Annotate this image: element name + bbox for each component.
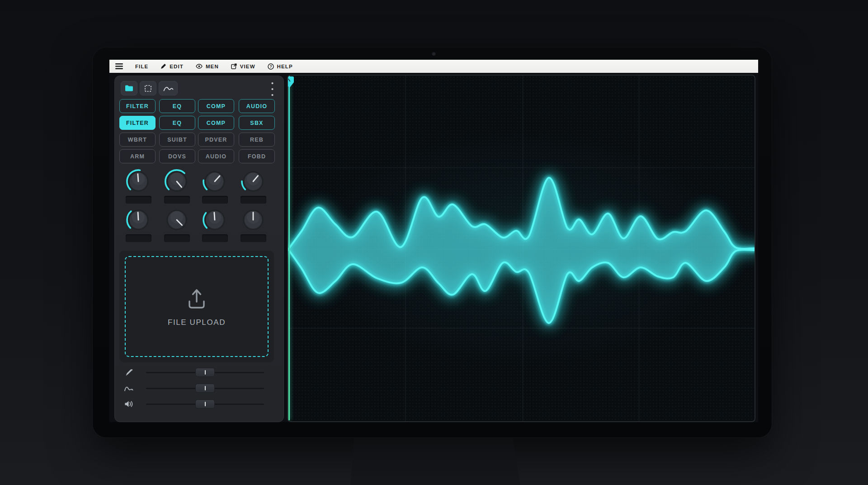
preset-button-label: WBRT [128,137,147,143]
toolbar-button-marquee[interactable] [140,81,156,95]
preset-button-label: FILTER [126,120,149,126]
menu-item-help[interactable]: ?HELP [268,63,293,70]
menu-item-label: HELP [277,64,293,69]
folder-icon [125,85,133,92]
svg-text:?: ? [269,64,272,69]
preset-button-label: COMP [207,120,226,126]
preset-button-audio[interactable]: AUDIO [239,99,275,113]
help-icon: ? [268,63,274,70]
pen-icon [124,368,133,377]
preset-button-label: PDVER [205,137,227,143]
knob-2[interactable] [164,169,189,194]
preset-button-sbx[interactable]: SBX [239,116,275,130]
slider-handle-pen[interactable] [195,368,215,377]
knob-value-display-2 [164,196,190,204]
upload-label: FILE UPLOAD [168,318,226,327]
knob-7[interactable] [202,207,227,233]
knob-value-display-4 [241,196,266,204]
preset-button-label: SBX [250,120,263,126]
knob-value-display-1 [126,196,151,204]
app-screen: FILEEDITMENVIEW?HELP FILE UPLOAD FILTERE… [109,60,758,422]
knob-value-display-5 [126,234,151,242]
toolbar-button-curve[interactable] [159,81,178,95]
preset-button-wbrt[interactable]: WBRT [119,133,156,147]
playhead-marker[interactable] [287,76,294,90]
curve-icon [163,85,174,91]
preset-button-label: FILTER [126,103,149,109]
preset-button-audio[interactable]: AUDIO [198,149,234,163]
upload-icon [184,286,209,312]
knob-value-display-8 [241,234,266,242]
waveform-panel[interactable] [287,75,755,422]
menu-item-file[interactable]: FILE [135,64,148,69]
preset-button-filter[interactable]: FILTER [119,116,156,130]
menu-item-label: MEN [206,64,219,69]
menu-item-label: FILE [135,64,148,69]
preset-button-comp[interactable]: COMP [198,99,234,113]
sidebar-panel: FILE UPLOAD FILTEREQCOMPAUDIOFILTEREQCOM… [114,76,284,422]
menu-item-men[interactable]: MEN [196,64,219,69]
kebab-icon [271,82,274,98]
slider-row-wave [115,380,284,396]
slider-row-volume [115,396,284,412]
menu-item-label: VIEW [240,64,255,69]
waveform-graphic [288,76,755,422]
slider-handle-wave[interactable] [195,384,215,393]
playhead-line[interactable] [288,76,290,420]
playhead-flag-icon [287,82,294,90]
preset-button-label: DOVS [168,153,186,160]
desktop-background: FILEEDITMENVIEW?HELP FILE UPLOAD FILTERE… [0,0,868,485]
knob-5[interactable] [126,207,151,233]
preset-button-suibt[interactable]: SUIBT [159,133,195,147]
knob-value-display-3 [202,196,228,204]
knob-3[interactable] [202,169,227,194]
webcam-dot [432,52,436,56]
gridline-vertical [755,76,755,421]
preset-button-label: REB [250,137,264,143]
preset-button-label: SUIBT [167,137,187,143]
open-icon [231,63,237,69]
knob-6[interactable] [164,207,189,233]
preset-button-label: EQ [173,103,182,109]
preset-button-fobd[interactable]: FOBD [239,149,275,163]
preset-button-filter[interactable]: FILTER [119,99,156,113]
menu-bar: FILEEDITMENVIEW?HELP [109,60,758,73]
menu-item-label: EDIT [170,64,184,69]
preset-button-eq[interactable]: EQ [159,116,195,130]
preset-button-eq[interactable]: EQ [159,99,195,113]
knob-8[interactable] [241,207,266,233]
preset-button-arm[interactable]: ARM [119,149,156,163]
marquee-icon [144,85,152,92]
file-upload-zone: FILE UPLOAD [119,251,274,362]
preset-button-label: FOBD [248,153,266,160]
menu-item-edit[interactable]: EDIT [160,63,184,69]
preset-button-label: AUDIO [206,153,226,160]
menu-item-view[interactable]: VIEW [231,63,255,69]
slider-row-pen [115,364,284,380]
knob-4[interactable] [241,169,266,194]
wave-icon [124,384,133,393]
overflow-menu-button[interactable] [268,81,276,99]
preset-button-comp[interactable]: COMP [198,116,234,130]
pencil-icon [160,63,166,69]
preset-button-label: AUDIO [246,103,267,109]
knob-value-display-6 [164,234,190,242]
knob-value-display-7 [202,234,228,242]
volume-icon [124,399,133,409]
hamburger-icon[interactable] [115,63,123,69]
eye-icon [196,64,203,69]
preset-button-pdver[interactable]: PDVER [198,133,234,147]
preset-button-dovs[interactable]: DOVS [159,149,195,163]
file-upload-dropzone[interactable]: FILE UPLOAD [125,256,269,357]
toolbar-button-folder[interactable] [121,81,137,95]
knob-1[interactable] [126,169,151,194]
monitor-stand [350,437,520,485]
preset-button-label: ARM [130,153,145,160]
slider-handle-volume[interactable] [195,399,215,409]
preset-button-label: COMP [207,103,226,109]
preset-button-label: EQ [173,120,182,126]
preset-button-reb[interactable]: REB [239,133,275,147]
